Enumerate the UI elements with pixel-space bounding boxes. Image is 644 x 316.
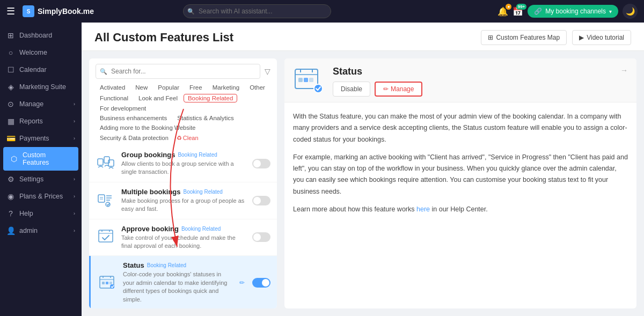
- search-input[interactable]: [183, 4, 331, 18]
- sidebar-item-manage[interactable]: ⊙ Manage ›: [0, 95, 82, 113]
- sidebar-item-admin[interactable]: 👤 admin ›: [0, 222, 82, 239]
- svg-rect-34: [298, 78, 303, 82]
- filter-tab-booking-related[interactable]: Booking Related: [184, 94, 237, 102]
- main-content: All Custom Features List ⊞ Custom Featur…: [82, 23, 644, 316]
- booking-channels-label: My booking channels: [545, 8, 606, 15]
- detail-desc-3: Learn more about how this feature works …: [293, 204, 628, 215]
- calendar-nav-icon: ☐: [6, 65, 15, 74]
- dashboard-icon: ⊞: [6, 31, 15, 40]
- filter-tab-for-development[interactable]: For development: [96, 104, 150, 113]
- feature-item-group-bookings[interactable]: Group bookings Booking Related Allow cli…: [89, 145, 277, 182]
- svg-rect-15: [102, 282, 105, 284]
- feature-desc-multiple: Make booking process for a group of peop…: [121, 197, 247, 214]
- detail-panel-title: Status: [333, 66, 613, 77]
- sidebar-item-label: Dashboard: [19, 32, 75, 39]
- sidebar-item-help[interactable]: ? Help ›: [0, 205, 82, 222]
- sidebar-item-custom-features[interactable]: ⬡ Custom Features: [3, 147, 78, 171]
- feature-tag: Booking Related: [184, 189, 223, 195]
- filter-tab-security[interactable]: Security & Data protection: [96, 134, 173, 142]
- custom-features-map-button[interactable]: ⊞ Custom Features Map: [481, 30, 567, 45]
- edit-icon[interactable]: ✏: [239, 279, 245, 286]
- feature-icon-status: [97, 273, 118, 293]
- calendar-badge: 99+: [516, 4, 527, 10]
- filter-tab-marketing[interactable]: Marketing: [208, 83, 244, 92]
- sidebar-item-reports[interactable]: ▦ Reports ›: [0, 113, 82, 130]
- status-info-area: Status Disable ✏ Manage: [333, 66, 613, 97]
- top-navigation: ☰ S SimplyBook.me 🔍 🔔 ● 📅 99+ 🔗 My booki…: [0, 0, 644, 23]
- header-btn1-label: Custom Features Map: [496, 34, 560, 41]
- status-feature-icon: [293, 66, 325, 95]
- filter-tab-booking-website[interactable]: Adding more to the Booking Website: [96, 123, 200, 132]
- feature-desc-status: Color-code your bookings' statuses in yo…: [123, 270, 234, 304]
- filter-tab-functional[interactable]: Functional: [96, 94, 133, 102]
- logo-icon: S: [23, 5, 34, 17]
- feature-search-wrap: 🔍: [96, 64, 260, 79]
- toggle-group-bookings[interactable]: [252, 159, 270, 168]
- notification-badge: ●: [506, 4, 511, 10]
- feature-icon-multiple: [96, 190, 116, 211]
- sidebar-item-plans[interactable]: ◉ Plans & Prices ›: [0, 188, 82, 205]
- sidebar-item-payments[interactable]: 💳 Payments ›: [0, 130, 82, 147]
- filter-tab-business[interactable]: Business enhancements: [96, 114, 171, 122]
- header-btn2-label: Video tutorial: [587, 34, 624, 41]
- filter-tab-free[interactable]: Free: [185, 83, 207, 92]
- collapse-button[interactable]: →: [620, 66, 628, 75]
- toggle-multiple-bookings[interactable]: [252, 196, 270, 205]
- chevron-right-icon: ›: [74, 228, 75, 233]
- disable-button[interactable]: Disable: [333, 82, 370, 97]
- booking-channels-button[interactable]: 🔗 My booking channels ▾: [528, 5, 618, 18]
- filter-tab-activated[interactable]: Activated: [96, 83, 129, 92]
- recycle-icon: ♻: [177, 135, 182, 142]
- sidebar-item-dashboard[interactable]: ⊞ Dashboard: [0, 27, 82, 44]
- filter-tabs-row2: Functional Look and Feel Booking Related…: [89, 94, 277, 114]
- filter-icon[interactable]: ▽: [265, 67, 270, 76]
- sidebar-item-label: Reports: [19, 117, 69, 125]
- content-area: 🔍 ▽ Activated New Popular Free Marketing…: [82, 51, 644, 316]
- sidebar-item-label: admin: [19, 227, 69, 234]
- sidebar-item-label: Manage: [19, 100, 69, 108]
- toggle-status[interactable]: [252, 278, 270, 288]
- toggle-approve-booking[interactable]: [252, 232, 270, 242]
- filter-tab-other[interactable]: Other: [245, 83, 269, 92]
- sidebar-item-settings[interactable]: ⚙ Settings ›: [0, 171, 82, 188]
- sidebar-item-label: Payments: [19, 135, 69, 142]
- header-actions: ⊞ Custom Features Map ▶ Video tutorial: [481, 30, 631, 45]
- search-bar: 🔍: [177, 0, 338, 23]
- filter-tab-new[interactable]: New: [131, 83, 152, 92]
- filter-tab-stats[interactable]: Statistics & Analytics: [173, 114, 238, 122]
- chevron-down-icon: ▾: [609, 9, 612, 14]
- manage-button[interactable]: ✏ Manage: [375, 82, 422, 97]
- notification-btn[interactable]: 🔔 ●: [497, 6, 508, 17]
- chevron-right-icon: ›: [74, 177, 75, 182]
- right-panel-body: With the Status feature, you can make th…: [284, 102, 636, 308]
- feature-info-approve: Approve booking Booking Related Take con…: [121, 225, 247, 251]
- feature-tag: Booking Related: [181, 226, 221, 232]
- feature-name-approve: Approve booking Booking Related: [121, 225, 247, 233]
- hamburger-icon[interactable]: ☰: [6, 5, 15, 17]
- nav-icons: 🔔 ● 📅 99+ 🔗 My booking channels ▾ 🌙: [497, 4, 638, 19]
- help-center-link[interactable]: here: [416, 205, 430, 213]
- sidebar-item-calendar[interactable]: ☐ Calendar: [0, 61, 82, 78]
- sidebar-item-marketing[interactable]: ◈ Marketing Suite: [0, 78, 82, 95]
- sidebar: ⊞ Dashboard ○ Welcome ☐ Calendar ◈ Marke…: [0, 23, 82, 316]
- clean-button[interactable]: ♻ Clean: [177, 135, 199, 142]
- feature-tag: Booking Related: [147, 262, 186, 268]
- feature-item-status[interactable]: Status Booking Related Color-code your b…: [89, 256, 277, 308]
- main-layout: ⊞ Dashboard ○ Welcome ☐ Calendar ◈ Marke…: [0, 23, 644, 316]
- marketing-icon: ◈: [6, 83, 15, 91]
- feature-item-approve-booking[interactable]: Approve booking Booking Related Take con…: [89, 219, 277, 256]
- filter-tab-popular[interactable]: Popular: [153, 83, 184, 92]
- clean-label: Clean: [183, 135, 199, 141]
- feature-item-multiple-bookings[interactable]: Multiple bookings Booking Related Make b…: [89, 182, 277, 219]
- calendar-btn[interactable]: 📅 99+: [513, 6, 523, 17]
- feature-search-input[interactable]: [96, 64, 260, 79]
- theme-toggle-button[interactable]: 🌙: [623, 4, 638, 19]
- help-icon: ?: [6, 209, 15, 218]
- welcome-icon: ○: [6, 48, 15, 57]
- feature-desc-approve: Take control of your schedule and make t…: [121, 234, 247, 251]
- video-tutorial-button[interactable]: ▶ Video tutorial: [572, 30, 631, 45]
- feature-icon-group: [96, 153, 116, 174]
- chevron-right-icon: ›: [74, 136, 75, 141]
- sidebar-item-welcome[interactable]: ○ Welcome: [0, 44, 82, 61]
- filter-tab-look-feel[interactable]: Look and Feel: [134, 94, 182, 102]
